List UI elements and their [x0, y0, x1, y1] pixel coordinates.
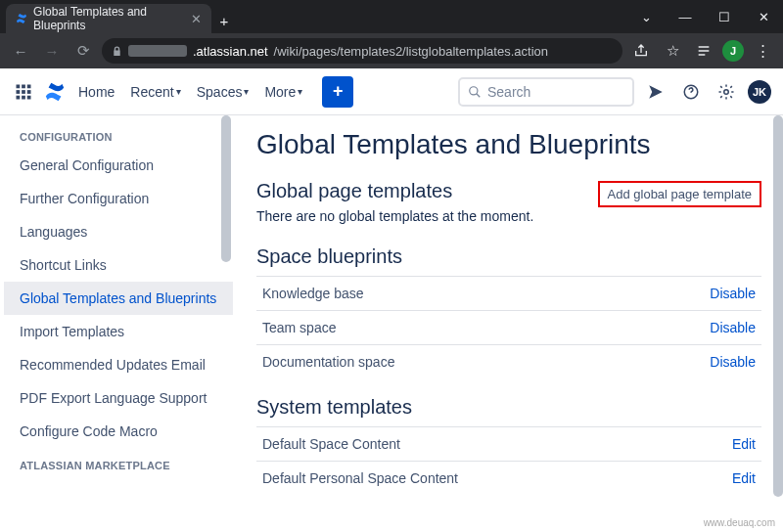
svg-rect-2: [27, 84, 31, 88]
url-input[interactable]: .atlassian.net /wiki/pages/templates2/li…: [102, 38, 622, 64]
maximize-icon[interactable]: ☐: [705, 0, 744, 33]
row-action-link[interactable]: Edit: [732, 470, 756, 486]
back-icon[interactable]: ←: [8, 38, 33, 64]
create-button[interactable]: +: [322, 76, 353, 108]
gear-icon[interactable]: [713, 78, 740, 106]
empty-state-text: There are no global templates at the mom…: [256, 208, 761, 224]
main-content: Global Templates and Blueprints Global p…: [233, 115, 783, 532]
svg-rect-5: [27, 90, 31, 94]
system-templates-heading: System templates: [256, 396, 761, 419]
chevron-down-icon: ▾: [176, 86, 181, 97]
app-header: Home Recent▾ Spaces▾ More▾ + Search JK: [0, 68, 783, 115]
forward-icon[interactable]: →: [39, 38, 65, 64]
caret-down-icon[interactable]: ⌄: [626, 0, 666, 33]
row-action-link[interactable]: Disable: [710, 354, 756, 370]
nav-spaces[interactable]: Spaces▾: [193, 80, 253, 104]
row-name: Documentation space: [262, 354, 394, 370]
sidebar-item[interactable]: PDF Export Language Support: [4, 381, 233, 415]
close-window-icon[interactable]: ✕: [744, 0, 783, 33]
close-icon[interactable]: ✕: [191, 12, 202, 26]
help-icon[interactable]: [677, 78, 705, 106]
svg-rect-8: [27, 95, 31, 99]
confluence-logo-icon[interactable]: [43, 80, 67, 104]
sidebar-item[interactable]: Configure Code Macro: [4, 415, 233, 448]
share-icon[interactable]: [628, 38, 654, 64]
svg-rect-0: [17, 84, 21, 88]
row-action-link[interactable]: Disable: [710, 286, 756, 301]
sidebar-item[interactable]: Further Configuration: [4, 182, 233, 215]
row-name: Team space: [262, 320, 336, 335]
table-row: Default Personal Space ContentEdit: [256, 461, 761, 495]
svg-rect-7: [22, 95, 25, 99]
table-row: Team spaceDisable: [256, 310, 761, 344]
table-row: Default Space ContentEdit: [256, 426, 761, 461]
table-row: Documentation spaceDisable: [256, 344, 761, 378]
notifications-icon[interactable]: [642, 78, 669, 106]
svg-point-11: [724, 89, 729, 94]
sidebar-item[interactable]: Recommended Updates Email: [4, 348, 233, 381]
space-blueprints-heading: Space blueprints: [256, 245, 761, 268]
url-blurred-subdomain: [128, 45, 187, 57]
minimize-icon[interactable]: ―: [666, 0, 705, 33]
nav-more[interactable]: More▾: [260, 80, 306, 104]
nav-home[interactable]: Home: [74, 80, 118, 104]
browser-address-bar: ← → ⟳ .atlassian.net /wiki/pages/templat…: [0, 33, 783, 68]
svg-rect-6: [17, 95, 21, 99]
sidebar-item[interactable]: Languages: [4, 215, 233, 248]
svg-rect-4: [22, 90, 25, 94]
new-tab-button[interactable]: +: [211, 8, 237, 33]
row-action-link[interactable]: Edit: [732, 436, 756, 452]
user-avatar[interactable]: JK: [748, 80, 771, 104]
kebab-menu-icon[interactable]: ⋮: [750, 38, 775, 64]
row-name: Knowledge base: [262, 286, 364, 301]
chevron-down-icon: ▾: [298, 86, 302, 97]
row-action-link[interactable]: Disable: [710, 320, 756, 335]
row-name: Default Personal Space Content: [262, 470, 458, 486]
confluence-favicon-icon: [16, 12, 27, 25]
profile-avatar[interactable]: J: [722, 40, 744, 62]
chevron-down-icon: ▾: [244, 86, 249, 97]
sidebar-item[interactable]: Import Templates: [4, 315, 233, 348]
watermark: www.deuaq.com: [704, 517, 775, 528]
global-templates-heading: Global page templates: [256, 180, 452, 202]
svg-rect-1: [22, 84, 25, 88]
row-name: Default Space Content: [262, 436, 400, 452]
app-switcher-icon[interactable]: [12, 80, 35, 104]
sidebar-section-configuration: CONFIGURATION: [4, 125, 233, 149]
sidebar: CONFIGURATION General ConfigurationFurth…: [0, 115, 233, 532]
sidebar-item[interactable]: Global Templates and Blueprints: [4, 282, 233, 315]
star-icon[interactable]: ☆: [660, 38, 685, 64]
page-title: Global Templates and Blueprints: [256, 129, 761, 160]
reload-icon[interactable]: ⟳: [70, 38, 96, 64]
sidebar-item[interactable]: General Configuration: [4, 149, 233, 182]
svg-point-9: [470, 86, 478, 94]
svg-rect-3: [17, 90, 21, 94]
browser-tab[interactable]: Global Templates and Blueprints ✕: [6, 4, 211, 33]
url-domain: .atlassian.net: [193, 44, 268, 59]
lock-icon: [112, 46, 122, 57]
search-icon: [468, 85, 482, 99]
reading-list-icon[interactable]: [691, 38, 716, 64]
main-scrollbar[interactable]: [771, 115, 783, 532]
sidebar-item[interactable]: Shortcut Links: [4, 248, 233, 282]
sidebar-section-marketplace: ATLASSIAN MARKETPLACE: [4, 454, 233, 477]
nav-recent[interactable]: Recent▾: [126, 80, 184, 104]
add-global-page-template-button[interactable]: Add global page template: [598, 181, 761, 207]
url-path: /wiki/pages/templates2/listglobaltemplat…: [274, 44, 548, 59]
sidebar-scrollbar[interactable]: [219, 115, 233, 532]
table-row: Knowledge baseDisable: [256, 276, 761, 310]
browser-titlebar: Global Templates and Blueprints ✕ + ⌄ ― …: [0, 0, 783, 33]
search-input[interactable]: Search: [458, 77, 634, 107]
tab-title: Global Templates and Blueprints: [33, 5, 179, 32]
